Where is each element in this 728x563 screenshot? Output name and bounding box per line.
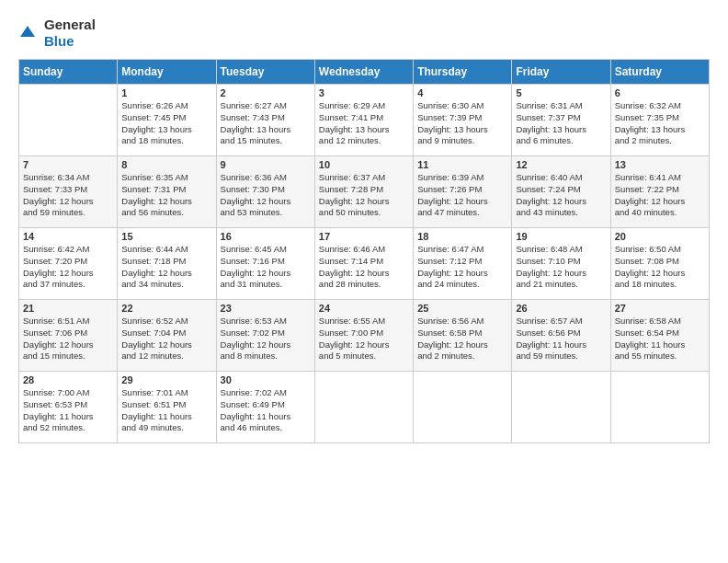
day-info: Sunrise: 7:01 AMSunset: 6:51 PMDaylight:… [121, 387, 211, 434]
day-info: Sunrise: 6:48 AMSunset: 7:10 PMDaylight:… [516, 244, 606, 291]
day-info: Sunrise: 6:32 AMSunset: 7:35 PMDaylight:… [615, 100, 705, 147]
logo-triangle-icon [18, 24, 37, 42]
day-info: Sunrise: 7:02 AMSunset: 6:49 PMDaylight:… [221, 387, 311, 434]
calendar-cell: 29Sunrise: 7:01 AMSunset: 6:51 PMDayligh… [118, 372, 216, 443]
calendar-cell: 27Sunrise: 6:58 AMSunset: 6:54 PMDayligh… [610, 300, 709, 372]
calendar-cell: 15Sunrise: 6:44 AMSunset: 7:18 PMDayligh… [118, 228, 216, 300]
calendar-cell: 20Sunrise: 6:50 AMSunset: 7:08 PMDayligh… [610, 228, 709, 300]
calendar-cell [414, 372, 512, 443]
calendar-cell: 13Sunrise: 6:41 AMSunset: 7:22 PMDayligh… [610, 156, 709, 228]
weekday-header-row: SundayMondayTuesdayWednesdayThursdayFrid… [19, 60, 710, 85]
day-number: 3 [319, 87, 409, 98]
calendar-week-3: 14Sunrise: 6:42 AMSunset: 7:20 PMDayligh… [19, 228, 710, 300]
calendar-cell: 7Sunrise: 6:34 AMSunset: 7:33 PMDaylight… [19, 156, 118, 228]
weekday-header-wednesday: Wednesday [314, 60, 413, 85]
day-number: 22 [121, 303, 211, 314]
day-info: Sunrise: 6:29 AMSunset: 7:41 PMDaylight:… [319, 100, 409, 147]
day-number: 18 [417, 231, 507, 242]
day-info: Sunrise: 6:40 AMSunset: 7:24 PMDaylight:… [516, 172, 606, 219]
calendar-table: SundayMondayTuesdayWednesdayThursdayFrid… [18, 59, 710, 443]
logo-general: General [44, 17, 96, 33]
day-number: 13 [615, 159, 705, 170]
day-info: Sunrise: 7:00 AMSunset: 6:53 PMDaylight:… [23, 387, 113, 434]
day-number: 4 [417, 87, 507, 98]
day-info: Sunrise: 6:58 AMSunset: 6:54 PMDaylight:… [615, 316, 705, 362]
calendar-week-4: 21Sunrise: 6:51 AMSunset: 7:06 PMDayligh… [19, 300, 710, 372]
day-number: 23 [221, 303, 311, 314]
calendar-cell: 5Sunrise: 6:31 AMSunset: 7:37 PMDaylight… [512, 85, 610, 156]
calendar-cell: 1Sunrise: 6:26 AMSunset: 7:45 PMDaylight… [118, 85, 216, 156]
calendar-cell: 10Sunrise: 6:37 AMSunset: 7:28 PMDayligh… [314, 156, 413, 228]
day-info: Sunrise: 6:35 AMSunset: 7:31 PMDaylight:… [121, 172, 211, 219]
day-number: 11 [417, 159, 507, 170]
day-number: 12 [516, 159, 606, 170]
day-number: 7 [23, 159, 113, 170]
day-info: Sunrise: 6:34 AMSunset: 7:33 PMDaylight:… [23, 172, 113, 219]
weekday-header-sunday: Sunday [19, 60, 118, 85]
day-number: 25 [417, 303, 507, 314]
day-number: 28 [23, 374, 113, 385]
calendar-cell: 17Sunrise: 6:46 AMSunset: 7:14 PMDayligh… [314, 228, 413, 300]
svg-marker-0 [20, 26, 35, 37]
calendar-cell: 16Sunrise: 6:45 AMSunset: 7:16 PMDayligh… [216, 228, 314, 300]
calendar-cell: 9Sunrise: 6:36 AMSunset: 7:30 PMDaylight… [216, 156, 314, 228]
calendar-week-2: 7Sunrise: 6:34 AMSunset: 7:33 PMDaylight… [19, 156, 710, 228]
day-info: Sunrise: 6:36 AMSunset: 7:30 PMDaylight:… [221, 172, 311, 219]
calendar-cell: 23Sunrise: 6:53 AMSunset: 7:02 PMDayligh… [216, 300, 314, 372]
calendar-cell [19, 85, 118, 156]
calendar-cell [512, 372, 610, 443]
day-info: Sunrise: 6:57 AMSunset: 6:56 PMDaylight:… [516, 316, 606, 362]
day-info: Sunrise: 6:55 AMSunset: 7:00 PMDaylight:… [319, 316, 409, 362]
calendar-cell: 19Sunrise: 6:48 AMSunset: 7:10 PMDayligh… [512, 228, 610, 300]
day-number: 19 [516, 231, 606, 242]
weekday-header-saturday: Saturday [610, 60, 709, 85]
day-info: Sunrise: 6:42 AMSunset: 7:20 PMDaylight:… [23, 244, 113, 291]
day-info: Sunrise: 6:52 AMSunset: 7:04 PMDaylight:… [121, 316, 211, 362]
calendar-cell: 12Sunrise: 6:40 AMSunset: 7:24 PMDayligh… [512, 156, 610, 228]
calendar-cell: 24Sunrise: 6:55 AMSunset: 7:00 PMDayligh… [314, 300, 413, 372]
day-number: 10 [319, 159, 409, 170]
calendar-cell: 21Sunrise: 6:51 AMSunset: 7:06 PMDayligh… [19, 300, 118, 372]
calendar-week-1: 1Sunrise: 6:26 AMSunset: 7:45 PMDaylight… [19, 85, 710, 156]
weekday-header-thursday: Thursday [414, 60, 512, 85]
calendar-cell: 8Sunrise: 6:35 AMSunset: 7:31 PMDaylight… [118, 156, 216, 228]
day-number: 5 [516, 87, 606, 98]
calendar-cell: 22Sunrise: 6:52 AMSunset: 7:04 PMDayligh… [118, 300, 216, 372]
day-info: Sunrise: 6:41 AMSunset: 7:22 PMDaylight:… [615, 172, 705, 219]
weekday-header-friday: Friday [512, 60, 610, 85]
calendar-cell [314, 372, 413, 443]
day-info: Sunrise: 6:37 AMSunset: 7:28 PMDaylight:… [319, 172, 409, 219]
calendar-cell: 11Sunrise: 6:39 AMSunset: 7:26 PMDayligh… [414, 156, 512, 228]
weekday-header-tuesday: Tuesday [216, 60, 314, 85]
calendar-cell: 30Sunrise: 7:02 AMSunset: 6:49 PMDayligh… [216, 372, 314, 443]
calendar-cell [610, 372, 709, 443]
day-info: Sunrise: 6:51 AMSunset: 7:06 PMDaylight:… [23, 316, 113, 362]
day-number: 30 [221, 374, 311, 385]
calendar-week-5: 28Sunrise: 7:00 AMSunset: 6:53 PMDayligh… [19, 372, 710, 443]
calendar-cell: 6Sunrise: 6:32 AMSunset: 7:35 PMDaylight… [610, 85, 709, 156]
day-number: 29 [121, 374, 211, 385]
calendar-cell: 25Sunrise: 6:56 AMSunset: 6:58 PMDayligh… [414, 300, 512, 372]
day-number: 20 [615, 231, 705, 242]
day-number: 21 [23, 303, 113, 314]
day-info: Sunrise: 6:46 AMSunset: 7:14 PMDaylight:… [319, 244, 409, 291]
calendar-cell: 14Sunrise: 6:42 AMSunset: 7:20 PMDayligh… [19, 228, 118, 300]
day-info: Sunrise: 6:50 AMSunset: 7:08 PMDaylight:… [615, 244, 705, 291]
day-info: Sunrise: 6:47 AMSunset: 7:12 PMDaylight:… [417, 244, 507, 291]
day-number: 1 [121, 87, 211, 98]
day-number: 8 [121, 159, 211, 170]
day-number: 27 [615, 303, 705, 314]
calendar-cell: 4Sunrise: 6:30 AMSunset: 7:39 PMDaylight… [414, 85, 512, 156]
page: General Blue SundayMondayTuesdayWednesda… [0, 0, 728, 453]
weekday-header-monday: Monday [118, 60, 216, 85]
day-number: 15 [121, 231, 211, 242]
logo: General Blue [18, 17, 96, 50]
calendar-cell: 28Sunrise: 7:00 AMSunset: 6:53 PMDayligh… [19, 372, 118, 443]
day-info: Sunrise: 6:31 AMSunset: 7:37 PMDaylight:… [516, 100, 606, 147]
day-info: Sunrise: 6:27 AMSunset: 7:43 PMDaylight:… [221, 100, 311, 147]
calendar-cell: 3Sunrise: 6:29 AMSunset: 7:41 PMDaylight… [314, 85, 413, 156]
day-info: Sunrise: 6:30 AMSunset: 7:39 PMDaylight:… [417, 100, 507, 147]
day-number: 26 [516, 303, 606, 314]
day-info: Sunrise: 6:56 AMSunset: 6:58 PMDaylight:… [417, 316, 507, 362]
day-number: 9 [221, 159, 311, 170]
